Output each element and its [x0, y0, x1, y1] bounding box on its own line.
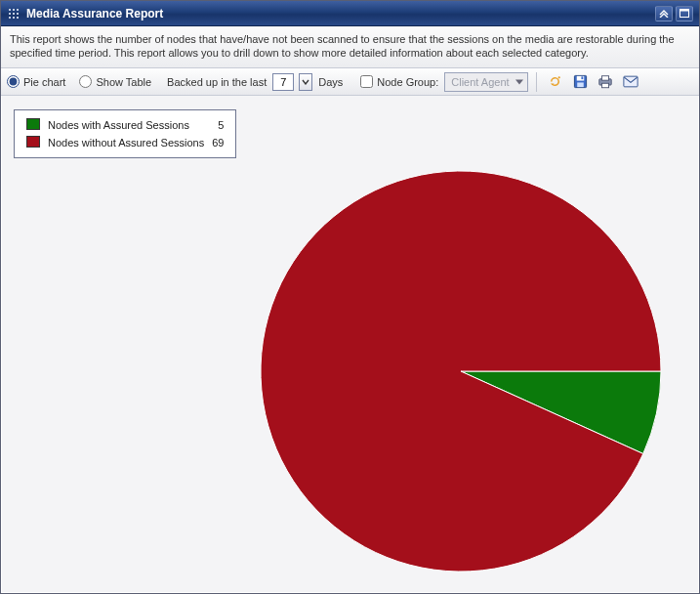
svg-rect-17 [602, 76, 609, 80]
chart-content: Nodes with Assured Sessions 5 Nodes with… [2, 98, 698, 592]
legend-item: Nodes with Assured Sessions 5 [22, 116, 227, 134]
days-input[interactable] [272, 73, 294, 91]
svg-rect-14 [577, 82, 584, 87]
collapse-button[interactable] [655, 6, 673, 21]
node-group-checkbox[interactable]: Node Group: [360, 75, 438, 88]
legend-label: Nodes with Assured Sessions [44, 116, 208, 134]
pie-slice[interactable] [261, 171, 661, 572]
svg-rect-18 [602, 83, 609, 87]
envelope-icon [623, 75, 638, 88]
view-pie-radio-input[interactable] [7, 75, 20, 88]
svg-rect-15 [581, 76, 583, 79]
floppy-icon [573, 74, 588, 89]
svg-rect-2 [17, 9, 19, 11]
node-group-value: Client Agent [451, 76, 509, 88]
report-description: This report shows the number of nodes th… [1, 26, 699, 68]
svg-rect-10 [680, 10, 689, 12]
titlebar: Media Assurance Report [1, 1, 699, 26]
legend-value: 69 [208, 134, 227, 151]
drag-handle-icon [7, 7, 21, 21]
chevron-up-icon [659, 10, 669, 18]
svg-rect-7 [13, 17, 15, 19]
svg-rect-4 [13, 13, 15, 15]
printer-icon [597, 74, 613, 89]
svg-point-11 [557, 76, 559, 78]
save-button[interactable] [570, 72, 590, 92]
view-table-radio-input[interactable] [79, 75, 92, 88]
print-button[interactable] [596, 72, 615, 92]
svg-rect-1 [13, 9, 15, 11]
view-pie-radio[interactable]: Pie chart [7, 75, 65, 88]
toolbar-divider [536, 72, 537, 92]
days-stepper[interactable] [299, 73, 312, 91]
svg-rect-5 [17, 13, 19, 15]
svg-rect-8 [17, 17, 19, 19]
report-toolbar: Pie chart Show Table Backed up in the la… [1, 68, 699, 96]
backed-label-suffix: Days [318, 76, 343, 88]
email-button[interactable] [621, 72, 640, 92]
view-table-label: Show Table [96, 76, 151, 88]
view-table-radio[interactable]: Show Table [79, 75, 151, 88]
legend-swatch [26, 118, 40, 130]
svg-rect-3 [9, 13, 11, 15]
chart-legend: Nodes with Assured Sessions 5 Nodes with… [14, 109, 236, 158]
node-group-checkbox-input[interactable] [360, 75, 373, 88]
report-window: Media Assurance Report This report shows… [0, 0, 700, 594]
node-group-label: Node Group: [377, 76, 438, 88]
legend-value: 5 [208, 116, 227, 134]
svg-rect-0 [9, 9, 11, 11]
maximize-button[interactable] [676, 6, 693, 21]
maximize-icon [679, 9, 689, 18]
refresh-button[interactable] [545, 72, 564, 92]
chevron-down-icon [302, 79, 309, 85]
refresh-icon [548, 74, 562, 89]
window-title: Media Assurance Report [26, 7, 163, 21]
node-group-select[interactable]: Client Agent [444, 72, 528, 92]
svg-rect-6 [9, 17, 11, 19]
legend-swatch [26, 136, 40, 148]
pie-chart[interactable] [256, 166, 666, 576]
legend-item: Nodes without Assured Sessions 69 [22, 134, 227, 151]
legend-label: Nodes without Assured Sessions [44, 134, 208, 151]
backed-label-prefix: Backed up in the last [167, 76, 267, 88]
view-pie-label: Pie chart [23, 76, 65, 88]
